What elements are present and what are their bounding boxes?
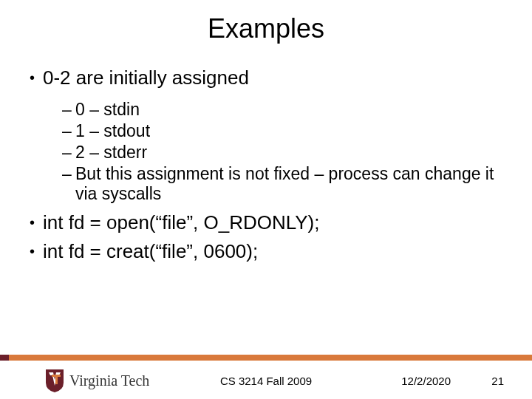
subbullet-text: 1 – stdout [75, 121, 165, 141]
bullet-text: int fd = creat(“file”, 0600); [43, 240, 258, 263]
bullet-dash-icon: – [62, 164, 75, 204]
bullet-dot-icon: • [30, 240, 43, 263]
logo-line1: Virginia [69, 372, 117, 389]
slide-content: • 0-2 are initially assigned – 0 – stdin… [0, 52, 532, 263]
subbullet-item: – 0 – stdin [62, 100, 517, 120]
footer-date: 12/2/2020 [401, 375, 451, 387]
slide: Examples • 0-2 are initially assigned – … [0, 0, 532, 399]
shield-icon [44, 368, 65, 393]
bullet-dash-icon: – [62, 121, 75, 141]
subbullet-item: – But this assignment is not fixed – pro… [62, 164, 517, 204]
subbullet-text: But this assignment is not fixed – proce… [75, 164, 517, 204]
stripe-maroon [0, 355, 9, 361]
subbullet-text: 2 – stderr [75, 143, 162, 163]
subbullet-text: 0 – stdin [75, 100, 154, 120]
bullet-item: • int fd = open(“file”, O_RDONLY); [30, 211, 517, 234]
subbullet-item: – 2 – stderr [62, 143, 517, 163]
bullet-text: int fd = open(“file”, O_RDONLY); [43, 211, 320, 234]
bullet-dash-icon: – [62, 143, 75, 163]
subbullet-item: – 1 – stdout [62, 121, 517, 141]
bullet-item: • 0-2 are initially assigned [30, 66, 517, 89]
bullet-dot-icon: • [30, 66, 43, 89]
bullet-item: • int fd = creat(“file”, 0600); [30, 240, 517, 263]
bullet-dot-icon: • [30, 211, 43, 234]
logo-line2: Tech [121, 372, 150, 389]
bullet-dash-icon: – [62, 100, 75, 120]
stripe-orange [9, 355, 532, 361]
logo-text: Virginia Tech [69, 374, 149, 388]
footer-course-text: CS 3214 Fall 2009 [220, 375, 312, 387]
footer-page-number: 21 [491, 375, 504, 387]
virginia-tech-logo: Virginia Tech [44, 368, 149, 393]
footer-stripe [0, 355, 532, 361]
slide-title: Examples [0, 0, 532, 52]
bullet-text: 0-2 are initially assigned [43, 66, 249, 89]
